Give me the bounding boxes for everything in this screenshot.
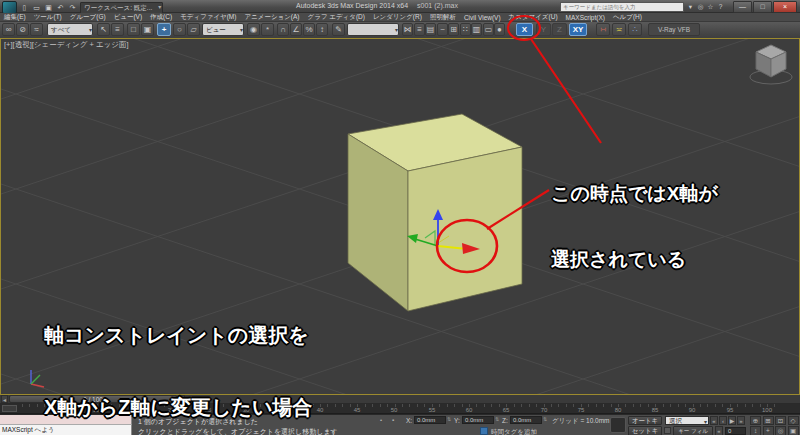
menu-item[interactable]: グラフ エディタ(D) <box>304 13 369 22</box>
plane-constraint-button[interactable]: XY <box>569 23 587 36</box>
minimize-button[interactable]: — <box>733 1 752 13</box>
go-to-start-icon[interactable]: « <box>710 416 718 426</box>
menu-item[interactable]: アニメーション(A) <box>240 13 303 22</box>
select-and-scale-icon[interactable]: ▱ <box>187 23 200 36</box>
viewcube[interactable] <box>750 45 792 84</box>
play-animation-icon[interactable]: ▶ <box>728 416 736 426</box>
select-and-move-icon[interactable]: + <box>157 23 171 36</box>
render-production-icon[interactable]: ● <box>494 23 505 36</box>
spinner-snap-icon[interactable]: ↕ <box>316 23 328 36</box>
menu-item[interactable]: MAXScript(X) <box>562 14 609 21</box>
unlink-selection-icon[interactable]: ⊘ <box>16 23 29 36</box>
current-frame-field[interactable]: 0 <box>725 427 746 435</box>
render-setup-icon[interactable]: ▥ <box>471 23 482 36</box>
selection-filter-dropdown[interactable]: すべて <box>47 23 93 36</box>
close-button[interactable]: × <box>773 1 797 13</box>
search-input[interactable] <box>560 2 684 12</box>
menu-item[interactable]: レンダリング(R) <box>369 13 426 22</box>
schematic-view-icon[interactable]: ⊞ <box>448 23 459 36</box>
menu-item[interactable]: 作成(C) <box>146 13 176 22</box>
redo-icon[interactable]: ↷ <box>67 3 78 13</box>
open-mini-curve-editor-button[interactable] <box>2 405 17 412</box>
menu-item[interactable]: Civil View(V) <box>460 14 505 21</box>
mirror-icon[interactable]: ⋈ <box>402 23 413 36</box>
y-constraint-button[interactable]: Y <box>536 23 551 36</box>
set-key-toggle-icon[interactable] <box>664 427 671 434</box>
coord-x-field[interactable]: 0.0mm <box>414 416 446 424</box>
maximize-viewport-toggle-icon[interactable]: ▣ <box>788 426 799 435</box>
menu-item[interactable]: 編集(E) <box>0 13 30 22</box>
select-object-icon[interactable]: ↖ <box>97 23 110 36</box>
menu-item[interactable]: 照明解析 <box>426 13 460 22</box>
menu-item[interactable]: モディファイヤ(M) <box>176 13 240 22</box>
box-object[interactable] <box>348 114 522 311</box>
bind-to-space-warp-icon[interactable]: ≈ <box>30 23 43 36</box>
save-file-icon[interactable]: ▣ <box>43 3 54 13</box>
select-by-name-icon[interactable]: ≡ <box>111 23 124 36</box>
coord-y-field[interactable]: 0.0mm <box>462 416 494 424</box>
coord-z-spinner[interactable]: ⇅ <box>543 416 547 422</box>
new-file-icon[interactable]: ▯ <box>19 3 30 13</box>
maximize-button[interactable]: □ <box>753 1 772 13</box>
menu-item[interactable]: ヘルプ(H) <box>609 13 646 22</box>
edit-named-selection-sets-icon[interactable]: ✎ <box>332 23 345 36</box>
orbit-icon[interactable]: ◎ <box>775 426 786 435</box>
search-scope-dropdown-icon[interactable]: ▾ <box>686 3 695 11</box>
set-key-button[interactable]: セットキー <box>628 426 662 435</box>
coord-y-spinner[interactable]: ⇅ <box>495 416 499 422</box>
go-to-start-icon[interactable]: « <box>715 426 723 435</box>
viewport-label[interactable]: [+][透視][シェーディング + エッジ面] <box>4 40 129 50</box>
rendered-frame-window-icon[interactable]: ▭ <box>483 23 494 36</box>
selection-set-dropdown[interactable]: 選択 <box>665 416 709 426</box>
dolly-icon[interactable]: ↕ <box>750 426 761 435</box>
snaps-toggle-icon[interactable]: ∩ <box>277 23 289 36</box>
coord-z-field[interactable]: 0.0mm <box>510 416 542 424</box>
zoom-all-icon[interactable]: ⊞ <box>763 416 774 426</box>
open-file-icon[interactable]: ▭ <box>31 3 42 13</box>
select-and-manipulate-icon[interactable]: * <box>261 23 274 36</box>
material-editor-icon[interactable]: ∷ <box>460 23 471 36</box>
isolate-selection-icon[interactable]: • <box>380 417 382 423</box>
layer-manager-icon[interactable]: ▤ <box>425 23 436 36</box>
toolbar-misc-red-icon[interactable]: ∺ <box>596 23 610 36</box>
named-selection-sets-dropdown[interactable] <box>347 23 399 36</box>
go-to-end-icon[interactable]: » <box>737 416 745 426</box>
percent-snap-icon[interactable]: % <box>303 23 315 36</box>
key-filters-button[interactable]: キー フィルタ... <box>673 426 713 435</box>
zoom-icon[interactable]: ⊕ <box>750 416 761 426</box>
pan-hand-icon[interactable]: + <box>763 426 774 435</box>
undo-icon[interactable]: ↶ <box>55 3 66 13</box>
annotation-note-f7-key: 軸コンストレイントの選択を X軸からZ軸に変更したい場合 ここで「F7」キーを押… <box>44 275 312 435</box>
angle-snap-icon[interactable]: ∠ <box>290 23 302 36</box>
select-and-link-icon[interactable]: ∞ <box>2 23 15 36</box>
status-mini-button[interactable] <box>610 417 626 433</box>
x-constraint-button[interactable]: X <box>516 23 533 36</box>
toolbar-misc-blue-icon[interactable]: ∴ <box>628 23 642 36</box>
field-of-view-icon[interactable]: ◇ <box>788 416 799 426</box>
rectangular-selection-icon[interactable]: □ <box>127 23 140 36</box>
align-icon[interactable]: ≡ <box>414 23 425 36</box>
use-pivot-point-icon[interactable]: ◉ <box>247 23 260 36</box>
communication-center-icon[interactable]: ◎ <box>696 3 705 11</box>
auto-key-button[interactable]: オートキー <box>628 416 662 426</box>
menu-item[interactable]: ツール(T) <box>30 13 66 22</box>
add-time-tag[interactable]: 時間タグを追加 <box>491 428 537 435</box>
menu-item[interactable]: グループ(G) <box>66 13 110 22</box>
coord-x-spinner[interactable]: ⇅ <box>447 416 451 422</box>
reference-coordinate-dropdown[interactable]: ビュー <box>202 23 244 36</box>
selection-lock-icon[interactable]: ▪ <box>392 417 394 423</box>
select-and-rotate-icon[interactable]: ○ <box>173 23 186 36</box>
z-constraint-button[interactable]: Z <box>552 23 567 36</box>
toolbar-misc-yellow-icon[interactable]: ≍ <box>612 23 626 36</box>
previous-frame-arrow[interactable]: ◂ <box>1 395 8 403</box>
previous-frame-icon[interactable]: ‹ <box>719 416 727 426</box>
zoom-extents-icon[interactable]: ⊡ <box>775 416 786 426</box>
coord-z-label: Z: <box>502 417 508 424</box>
menu-item[interactable]: カスタマイズ(U) <box>505 13 562 22</box>
menu-item[interactable]: ビュー(V) <box>110 13 146 22</box>
favorites-icon[interactable]: ☆ <box>706 3 715 11</box>
window-crossing-icon[interactable]: ▣ <box>141 23 154 36</box>
vray-vfb-button[interactable]: V-Ray VFB <box>648 23 700 36</box>
help-icon[interactable]: ? <box>716 3 725 11</box>
curve-editor-icon[interactable]: ~ <box>437 23 448 36</box>
